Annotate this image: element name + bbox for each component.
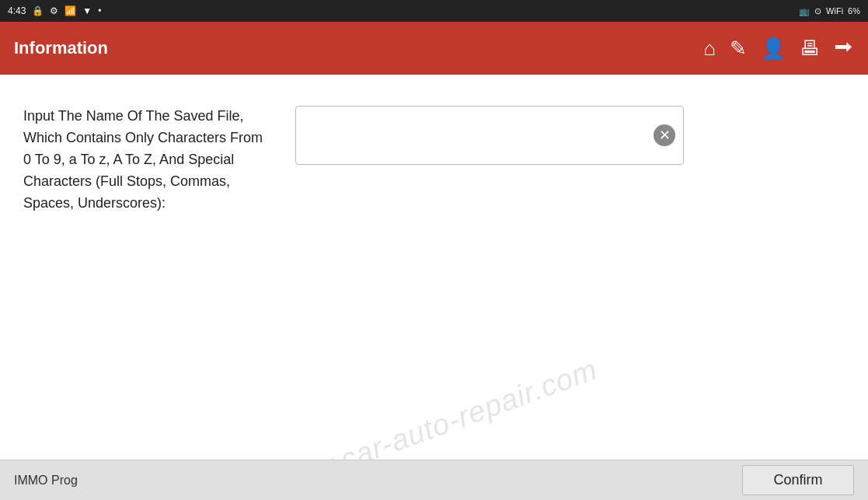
status-icon-signal: 📶	[64, 5, 76, 16]
main-content: Input The Name Of The Saved File, Which …	[0, 75, 868, 460]
confirm-button[interactable]: Confirm	[742, 465, 854, 495]
footer-label: IMMO Prog	[14, 474, 78, 488]
status-icon-wifi: WiFi	[826, 6, 843, 16]
page-title: Information	[14, 38, 108, 58]
watermark: www.car-auto-repair.com	[267, 352, 601, 460]
status-left: 4:43 🔒 ⚙ 📶 ▼ •	[8, 5, 101, 16]
print-icon[interactable]: 🖶	[800, 37, 820, 61]
header-icons: ⌂ ✎ 👤 🖶 ⮕	[703, 37, 854, 61]
footer: IMMO Prog Confirm	[0, 460, 868, 500]
status-bar: 4:43 🔒 ⚙ 📶 ▼ • 📺 ⊙ WiFi 6%	[0, 0, 868, 22]
filename-input[interactable]	[305, 114, 652, 156]
home-icon[interactable]: ⌂	[703, 37, 716, 61]
status-time: 4:43	[8, 5, 26, 16]
status-icon-target: ⊙	[814, 6, 821, 16]
clear-button[interactable]: ✕	[654, 124, 675, 146]
status-icon-lock: 🔒	[32, 5, 44, 16]
instruction-text: Input The Name Of The Saved File, Which …	[23, 106, 264, 214]
status-icon-dot: •	[98, 5, 101, 16]
exit-icon[interactable]: ⮕	[834, 37, 854, 61]
header: Information ⌂ ✎ 👤 🖶 ⮕	[0, 22, 868, 75]
status-icon-settings: ⚙	[50, 5, 58, 16]
status-icon-extra: ▼	[82, 5, 92, 16]
person-icon[interactable]: 👤	[761, 37, 786, 61]
status-right: 📺 ⊙ WiFi 6%	[799, 6, 860, 16]
input-area: ✕	[295, 106, 845, 165]
status-icon-screen: 📺	[799, 6, 810, 16]
edit-icon[interactable]: ✎	[730, 37, 747, 61]
filename-input-wrapper[interactable]: ✕	[295, 106, 684, 165]
status-battery: 6%	[848, 6, 860, 16]
